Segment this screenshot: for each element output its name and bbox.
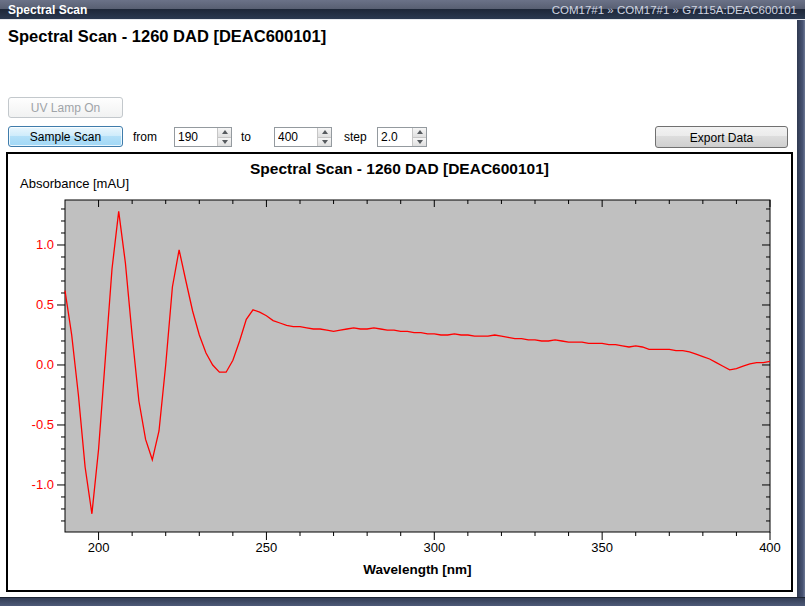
window-title: Spectral Scan — [8, 3, 87, 17]
to-wavelength-spinner — [274, 127, 332, 147]
up-arrow-icon — [417, 130, 423, 134]
to-spin-up-button[interactable] — [318, 128, 331, 138]
down-arrow-icon — [222, 140, 228, 144]
svg-text:0.0: 0.0 — [36, 357, 54, 372]
svg-text:0.5: 0.5 — [36, 297, 54, 312]
svg-text:250: 250 — [256, 540, 278, 555]
sample-scan-button[interactable]: Sample Scan — [8, 126, 123, 147]
svg-text:300: 300 — [423, 540, 445, 555]
svg-text:400: 400 — [759, 540, 781, 555]
to-label: to — [241, 127, 251, 147]
app-window: Spectral Scan COM17#1 » COM17#1 » G7115A… — [0, 0, 805, 606]
step-spin-down-button[interactable] — [413, 138, 426, 147]
window-titlebar: Spectral Scan COM17#1 » COM17#1 » G7115A… — [0, 0, 805, 20]
step-spin-up-button[interactable] — [413, 128, 426, 138]
down-arrow-icon — [322, 140, 328, 144]
window-frame-right — [797, 20, 805, 597]
svg-text:1.0: 1.0 — [36, 237, 54, 252]
to-spin-down-button[interactable] — [318, 138, 331, 147]
up-arrow-icon — [222, 130, 228, 134]
down-arrow-icon — [417, 140, 423, 144]
up-arrow-icon — [322, 130, 328, 134]
device-breadcrumb: COM17#1 » COM17#1 » G7115A:DEAC600101 — [552, 4, 797, 16]
window-bottom-bar — [0, 597, 805, 606]
export-data-button[interactable]: Export Data — [655, 126, 788, 148]
to-wavelength-input[interactable] — [275, 128, 317, 146]
svg-text:350: 350 — [591, 540, 613, 555]
svg-text:200: 200 — [88, 540, 110, 555]
step-label: step — [344, 127, 367, 147]
page-title: Spectral Scan - 1260 DAD [DEAC600101] — [8, 27, 326, 46]
uv-lamp-on-button[interactable]: UV Lamp On — [8, 97, 123, 118]
from-wavelength-input[interactable] — [175, 128, 217, 146]
from-spin-down-button[interactable] — [218, 138, 231, 147]
y-axis-label: Absorbance [mAU] — [20, 176, 129, 191]
from-spin-buttons — [217, 128, 231, 146]
chart-panel: 200250300350400-1.0-0.50.00.51.0 Spectra… — [6, 152, 793, 592]
x-axis-label: Wavelength [nm] — [44, 562, 791, 577]
from-spin-up-button[interactable] — [218, 128, 231, 138]
step-input[interactable] — [378, 128, 412, 146]
step-spin-buttons — [412, 128, 426, 146]
svg-text:-0.5: -0.5 — [32, 417, 54, 432]
svg-text:-1.0: -1.0 — [32, 477, 54, 492]
to-spin-buttons — [317, 128, 331, 146]
from-label: from — [133, 127, 157, 147]
spectral-plot-svg: 200250300350400-1.0-0.50.00.51.0 — [8, 154, 791, 590]
step-spinner — [377, 127, 427, 147]
from-wavelength-spinner — [174, 127, 232, 147]
